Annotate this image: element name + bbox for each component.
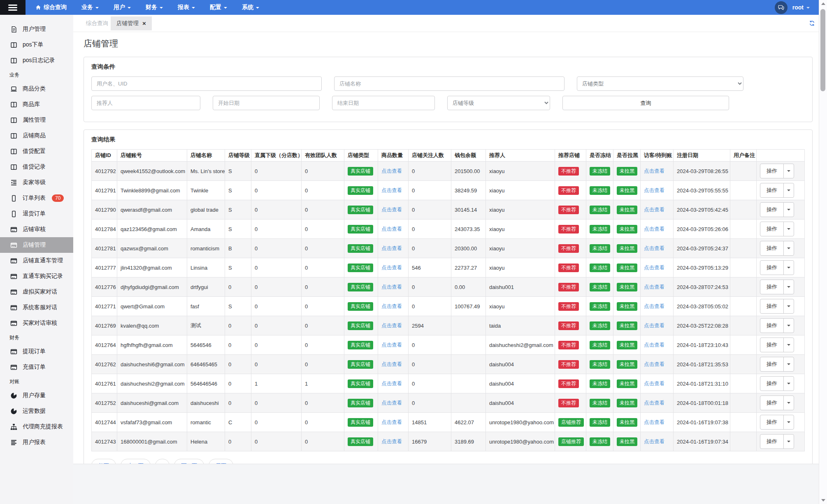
product-count-link[interactable]: 点击查看 — [381, 207, 402, 213]
nav-menu-item[interactable]: 财务 — [146, 4, 163, 11]
chevron-down-icon[interactable] — [783, 280, 794, 294]
sidebar-item[interactable]: pos下单 — [0, 37, 73, 53]
nav-menu-item[interactable]: 综合查询 — [35, 4, 67, 11]
action-button[interactable]: 操作 — [760, 318, 794, 333]
chevron-down-icon[interactable] — [783, 357, 794, 371]
product-count-link[interactable]: 点击查看 — [381, 168, 402, 174]
action-button[interactable]: 操作 — [760, 395, 794, 410]
product-count-link[interactable]: 点击查看 — [381, 419, 402, 425]
visitor-pending-link[interactable]: 点击查看 — [644, 187, 664, 193]
product-count-link[interactable]: 点击查看 — [381, 381, 402, 386]
user-menu[interactable]: root — [792, 4, 810, 11]
action-button[interactable]: 操作 — [760, 434, 794, 449]
visitor-pending-link[interactable]: 点击查看 — [644, 284, 664, 290]
tab-shop-management[interactable]: 店铺管理 × — [111, 16, 152, 30]
last-page-button[interactable]: 尾页 — [209, 459, 233, 464]
chevron-down-icon[interactable] — [783, 183, 794, 197]
visitor-pending-link[interactable]: 点击查看 — [644, 168, 664, 174]
sidebar-item[interactable]: 用户存量 — [0, 388, 73, 403]
product-count-link[interactable]: 点击查看 — [381, 400, 402, 406]
sidebar-item[interactable]: 虚拟买家对话 — [0, 284, 73, 300]
visitor-pending-link[interactable]: 点击查看 — [644, 323, 664, 328]
shop-type-select[interactable]: 店铺类型 — [577, 76, 743, 91]
visitor-pending-link[interactable]: 点击查看 — [644, 342, 664, 348]
chevron-down-icon[interactable] — [783, 319, 794, 333]
sidebar-item[interactable]: 卖家等级 — [0, 175, 73, 190]
action-button[interactable]: 操作 — [760, 183, 794, 198]
sidebar-item[interactable]: 运营数据 — [0, 403, 73, 419]
action-button[interactable]: 操作 — [760, 338, 794, 352]
sidebar-item[interactable]: 充值订单 — [0, 359, 73, 375]
chevron-down-icon[interactable] — [783, 203, 794, 217]
chevron-down-icon[interactable] — [783, 261, 794, 275]
product-count-link[interactable]: 点击查看 — [381, 187, 402, 193]
refresh-button[interactable] — [809, 20, 815, 26]
nav-menu-item[interactable]: 业务 — [81, 4, 99, 11]
action-button[interactable]: 操作 — [760, 164, 794, 178]
sidebar-item[interactable]: 退货订单 — [0, 206, 73, 222]
product-count-link[interactable]: 点击查看 — [381, 361, 402, 367]
scrollbar[interactable] — [819, 0, 827, 504]
action-button[interactable]: 操作 — [760, 260, 794, 275]
action-button[interactable]: 操作 — [760, 202, 794, 217]
visitor-pending-link[interactable]: 点击查看 — [644, 381, 664, 386]
menu-toggle-button[interactable] — [0, 0, 26, 15]
product-count-link[interactable]: 点击查看 — [381, 245, 402, 251]
sidebar-item[interactable]: 用户报表 — [0, 435, 73, 450]
product-count-link[interactable]: 点击查看 — [381, 303, 402, 309]
scroll-up-arrow-icon[interactable] — [821, 2, 825, 5]
visitor-pending-link[interactable]: 点击查看 — [644, 207, 664, 213]
sidebar-item[interactable]: 系统客服对话 — [0, 300, 73, 315]
nav-menu-item[interactable]: 报表 — [178, 4, 195, 11]
nav-menu-item[interactable]: 系统 — [242, 4, 259, 11]
current-page-button[interactable]: 1 — [155, 459, 170, 464]
chevron-down-icon[interactable] — [783, 338, 794, 352]
first-page-button[interactable]: 首页 — [91, 459, 116, 464]
sidebar-item[interactable]: 买家对话审核 — [0, 315, 73, 331]
visitor-pending-link[interactable]: 点击查看 — [644, 245, 664, 251]
sidebar-item[interactable]: 订单列表 70 — [0, 190, 73, 206]
chevron-down-icon[interactable] — [783, 377, 794, 391]
visitor-pending-link[interactable]: 点击查看 — [644, 361, 664, 367]
chevron-down-icon[interactable] — [783, 164, 794, 178]
messages-button[interactable] — [775, 1, 788, 14]
action-button[interactable]: 操作 — [760, 222, 794, 236]
next-page-button[interactable]: 下一页 — [174, 459, 204, 464]
action-button[interactable]: 操作 — [760, 415, 794, 430]
sidebar-item[interactable]: 借贷记录 — [0, 159, 73, 175]
tab-general-query[interactable]: 综合查询 — [84, 16, 111, 30]
sidebar-item[interactable]: 店铺直通车管理 — [0, 253, 73, 268]
sidebar-item[interactable]: 店铺商品 — [0, 128, 73, 143]
visitor-pending-link[interactable]: 点击查看 — [644, 265, 664, 270]
visitor-pending-link[interactable]: 点击查看 — [644, 226, 664, 232]
prev-page-button[interactable]: 上一页 — [121, 459, 151, 464]
sidebar-item[interactable]: 商品库 — [0, 97, 73, 112]
action-button[interactable]: 操作 — [760, 280, 794, 294]
product-count-link[interactable]: 点击查看 — [381, 265, 402, 270]
product-count-link[interactable]: 点击查看 — [381, 226, 402, 232]
chevron-down-icon[interactable] — [783, 222, 794, 236]
shop-name-input[interactable] — [334, 76, 564, 91]
action-button[interactable]: 操作 — [760, 376, 794, 391]
visitor-pending-link[interactable]: 点击查看 — [644, 419, 664, 425]
action-button[interactable]: 操作 — [760, 241, 794, 256]
chevron-down-icon[interactable] — [783, 241, 794, 255]
scrollbar-thumb[interactable] — [820, 9, 825, 91]
sidebar-item[interactable]: 店铺管理 — [0, 237, 73, 253]
sidebar-item[interactable]: 属性管理 — [0, 112, 73, 128]
nav-menu-item[interactable]: 配置 — [210, 4, 227, 11]
scroll-down-arrow-icon[interactable] — [821, 499, 825, 502]
product-count-link[interactable]: 点击查看 — [381, 323, 402, 328]
sidebar-item[interactable]: 提现订单 — [0, 344, 73, 359]
sidebar-item[interactable]: 借贷配置 — [0, 143, 73, 159]
visitor-pending-link[interactable]: 点击查看 — [644, 439, 664, 444]
start-date-input[interactable] — [213, 96, 320, 110]
action-button[interactable]: 操作 — [760, 357, 794, 372]
end-date-input[interactable] — [332, 96, 435, 110]
shop-level-select[interactable]: 店铺等级 — [447, 96, 550, 110]
sidebar-item[interactable]: 商品分类 — [0, 81, 73, 97]
sidebar-item[interactable]: 用户管理 — [0, 21, 73, 37]
nav-menu-item[interactable]: 用户 — [114, 4, 131, 11]
visitor-pending-link[interactable]: 点击查看 — [644, 400, 664, 406]
sidebar-item[interactable]: 直通车购买记录 — [0, 268, 73, 284]
